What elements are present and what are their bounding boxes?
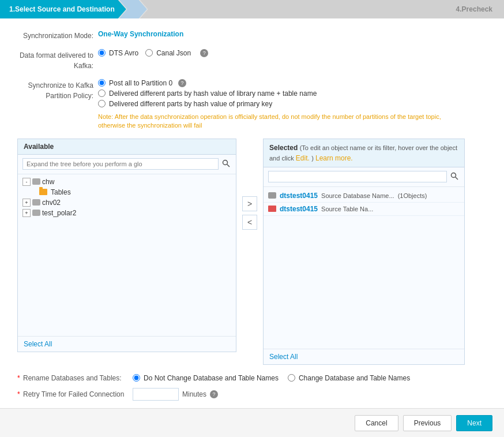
partition-policy-row: Synchronize to KafkaPartition Policy: Po…: [17, 79, 487, 130]
available-panel: Available - chw: [17, 139, 236, 352]
transfer-forward-button[interactable]: >: [242, 196, 257, 211]
rename-row: * Rename Databases and Tables: Do Not Ch…: [17, 374, 487, 382]
backward-icon: <: [247, 218, 252, 227]
main-content: Synchronization Mode: One-Way Synchroniz…: [0, 18, 504, 408]
search-icon: [222, 159, 230, 167]
svg-line-1: [227, 164, 230, 167]
rename-label-2: Change Database and Table Names: [299, 374, 410, 382]
svg-point-0: [223, 160, 228, 165]
available-search-bar: [18, 155, 236, 174]
next-button[interactable]: Next: [456, 415, 492, 431]
selected-item-db-info: Source Database Name...: [321, 192, 394, 199]
expand-chv02[interactable]: +: [22, 199, 31, 207]
rename-required-star: *: [17, 374, 20, 382]
step-4-label: 4.Precheck: [456, 5, 492, 13]
data-format-options: DTS Avro Canal Json ?: [98, 49, 208, 57]
tree-label-tables: Tables: [51, 188, 71, 196]
svg-line-3: [456, 177, 458, 180]
canal-json-radio[interactable]: [145, 49, 153, 57]
partition-option2[interactable]: Delivered different parts by hash value …: [98, 89, 444, 98]
db-icon-test-polar2: [32, 210, 40, 216]
data-format-help-icon[interactable]: ?: [200, 49, 208, 57]
tree-item-chw[interactable]: - chw: [18, 177, 236, 187]
partition-help-icon[interactable]: ?: [178, 79, 186, 87]
dts-avro-radio[interactable]: [98, 49, 106, 57]
retry-required-star: *: [17, 390, 20, 398]
selected-panel-header: Selected (To edit an object name or its …: [264, 139, 464, 167]
rename-radio-1[interactable]: [133, 374, 140, 382]
selected-search-bar: [264, 167, 464, 187]
selected-item-db[interactable]: dtstest0415 Source Database Name... (1Ob…: [264, 189, 464, 203]
available-select-all[interactable]: Select All: [24, 340, 52, 348]
db-icon-chw: [32, 178, 40, 185]
expand-test-polar2[interactable]: +: [22, 209, 31, 217]
learn-more-link[interactable]: Learn more.: [315, 154, 353, 162]
partition-options: Post all to Partition 0 ? Delivered diff…: [98, 79, 444, 130]
partition-label-3: Delivered different parts by hash value …: [109, 100, 272, 108]
selected-select-all[interactable]: Select All: [269, 353, 298, 361]
available-search-input[interactable]: [22, 158, 219, 170]
available-panel-header: Available: [18, 139, 236, 155]
sync-mode-row: Synchronization Mode: One-Way Synchroniz…: [17, 30, 487, 41]
transfer-backward-button[interactable]: <: [242, 215, 257, 230]
data-format-label: Data format delivered toKafka:: [17, 49, 98, 71]
retry-help-icon[interactable]: ?: [210, 390, 218, 398]
selected-search-input[interactable]: [268, 171, 447, 182]
step-1[interactable]: 1.Select Source and Destination: [0, 0, 126, 18]
retry-label-text: Retry Time for Failed Connection: [23, 390, 124, 398]
available-title: Available: [24, 143, 54, 151]
edit-link[interactable]: Edit.: [296, 154, 310, 162]
db-icon-chv02: [32, 199, 40, 206]
step-1-label: 1.Select Source and Destination: [9, 5, 115, 13]
step-4[interactable]: 4.Precheck: [140, 0, 504, 18]
cancel-button[interactable]: Cancel: [355, 415, 398, 431]
selected-item-db-count: (1Objects): [398, 192, 427, 199]
partition-option1[interactable]: Post all to Partition 0 ?: [98, 79, 444, 87]
rename-label-1: Do Not Change Database and Table Names: [144, 374, 279, 382]
dts-avro-label: DTS Avro: [109, 49, 138, 57]
tree-item-test-polar2[interactable]: + test_polar2: [18, 208, 236, 218]
selected-panel-footer: Select All: [264, 349, 464, 364]
transfer-area: Available - chw: [17, 139, 487, 365]
retry-input[interactable]: 720: [133, 388, 179, 401]
selected-panel: Selected (To edit an object name or its …: [263, 139, 465, 365]
stepper: 1.Select Source and Destination 4.Preche…: [0, 0, 504, 18]
partition-radio-3[interactable]: [98, 100, 106, 107]
partition-label-2: Delivered different parts by hash value …: [109, 89, 317, 98]
expand-chw[interactable]: -: [22, 178, 31, 186]
tree-item-tables[interactable]: Tables: [18, 187, 236, 197]
selected-title: Selected: [269, 144, 298, 152]
rename-radio-2[interactable]: [288, 374, 295, 382]
available-search-button[interactable]: [221, 158, 231, 170]
data-format-row: Data format delivered toKafka: DTS Avro …: [17, 49, 487, 71]
tree-item-chv02[interactable]: + chv02: [18, 197, 236, 208]
rename-option2[interactable]: Change Database and Table Names: [288, 374, 410, 382]
previous-button[interactable]: Previous: [403, 415, 452, 431]
canal-json-option[interactable]: Canal Json: [145, 49, 191, 57]
db-small-icon-1: [268, 192, 276, 199]
rename-options: Do Not Change Database and Table Names C…: [133, 374, 410, 382]
partition-option3[interactable]: Delivered different parts by hash value …: [98, 100, 444, 108]
partition-radio-1[interactable]: [98, 79, 106, 87]
retry-unit: Minutes: [182, 390, 206, 398]
partition-policy-label: Synchronize to KafkaPartition Policy:: [17, 79, 98, 101]
available-panel-footer: Select All: [18, 336, 236, 352]
selected-item-table[interactable]: dtstest0415 Source Table Na...: [264, 203, 464, 216]
selected-search-button[interactable]: [449, 171, 460, 183]
tree-label-chv02: chv02: [42, 199, 61, 207]
partition-label-1: Post all to Partition 0: [109, 79, 172, 87]
table-small-icon-1: [268, 206, 276, 212]
retry-row: * Retry Time for Failed Connection 720 M…: [17, 388, 487, 401]
dts-avro-option[interactable]: DTS Avro: [98, 49, 138, 57]
folder-icon-tables: [39, 189, 47, 195]
rename-option1[interactable]: Do Not Change Database and Table Names: [133, 374, 279, 382]
selected-item-table-info: Source Table Na...: [321, 206, 373, 212]
sync-mode-value: One-Way Synchronization: [98, 30, 183, 38]
partition-radio-2[interactable]: [98, 89, 106, 97]
selected-header-note2: ): [311, 155, 315, 162]
canal-json-label: Canal Json: [156, 49, 191, 57]
partition-note: Note: After the data synchronization ope…: [98, 113, 444, 130]
selected-items-list: dtstest0415 Source Database Name... (1Ob…: [264, 187, 464, 349]
available-tree: - chw Tables + chv02 +: [18, 174, 236, 336]
retry-label: * Retry Time for Failed Connection: [17, 390, 133, 398]
